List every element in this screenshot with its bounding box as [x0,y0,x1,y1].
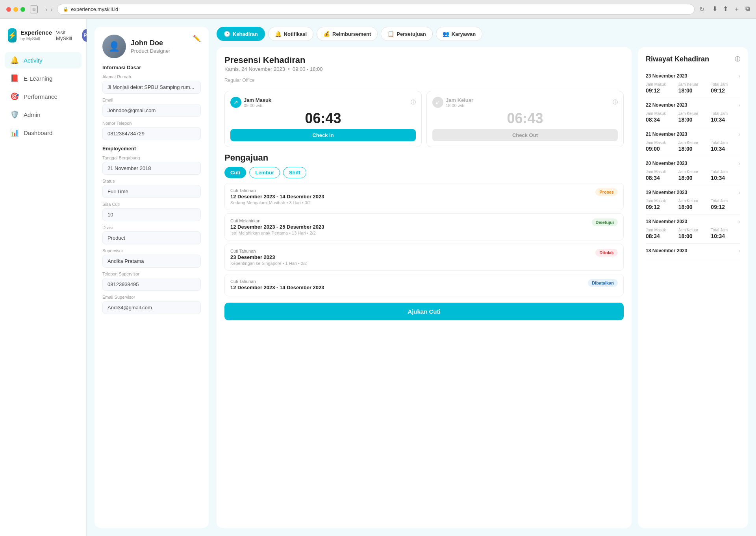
notifikasi-icon: 🔔 [275,31,282,37]
profile-info: 👤 John Doe Product Designer [102,35,170,58]
checkout-button[interactable]: Check Out [432,129,618,141]
tab-kehadiran[interactable]: 🕐 Kehadiran [217,27,265,41]
chevron-icon-5[interactable]: › [738,218,740,225]
history-cols-0: Jam Masuk 09:12 Jam Keluar 18:00 Total J… [646,82,740,94]
close-button[interactable] [6,7,11,12]
leave-date-2: 23 Desember 2023 [230,254,307,260]
logo-text: Experience by MySkill [20,29,52,41]
history-item-1: 22 November 2023 › Jam Masuk 08:34 Jam K… [646,98,740,127]
chevron-icon-0[interactable]: › [738,73,740,79]
check-out-label-row: ↙ Jam Keluar 18:00 wib ⓘ [432,97,618,108]
leave-badge-1: Disetujui [592,218,618,226]
attendance-card: Presensi Kehadiran Kamis, 24 November 20… [217,47,632,528]
maximize-button[interactable] [20,7,25,12]
division-value: Product [102,231,201,244]
lembur-tab[interactable]: Lembur [249,167,280,178]
checkin-button[interactable]: Check in [230,129,416,141]
ajukan-cuti-button[interactable]: Ajukan Cuti [224,303,624,320]
tab-persetujuan[interactable]: 📋 Persetujuan [381,27,432,41]
tab-switcher-icon[interactable]: ⊞ [30,6,38,13]
chevron-icon-4[interactable]: › [738,189,740,196]
tab-reimbursement[interactable]: 💰 Reimbursement [317,27,378,41]
chevron-icon-3[interactable]: › [738,160,740,166]
status-field: Status Full Time [102,179,201,198]
forward-button[interactable]: › [51,6,53,13]
avatar: 👤 [102,35,126,58]
sidebar-item-activity[interactable]: 🔔 Activity [5,52,82,68]
check-in-box: ↗ Jam Masuk 09:00 wib ⓘ 06:43 Check in [224,91,422,147]
profile-role: Product Designer [131,48,170,54]
refresh-icon[interactable]: ↻ [699,6,704,13]
back-button[interactable]: ‹ [46,6,48,13]
download-icon[interactable]: ⬇ [712,5,717,13]
history-date-1: 22 November 2023 [646,102,687,108]
check-out-info-icon: ⓘ [613,99,618,106]
address-bar[interactable]: 🔒 experience.myskill.id [57,4,695,15]
email-field: Email Johndoe@gmail.com [102,98,201,117]
division-field: Divisi Product [102,225,201,244]
visit-myskill-link[interactable]: Visit MySkill [56,30,76,41]
leave-item-3: Cuti Tahunan 12 Desember 2023 - 14 Desem… [224,274,624,296]
history-date-3: 20 November 2023 [646,161,687,166]
chevron-icon-1[interactable]: › [738,102,740,108]
minimize-button[interactable] [13,7,18,12]
supervisor-label: Supervisor [102,248,201,253]
sidebar-item-dashboard[interactable]: 📊 Dashboard [5,124,82,141]
address-label: Alamat Rumah [102,74,201,79]
sidebar-item-admin[interactable]: 🛡️ Admin [5,106,82,123]
supervisor-phone-label: Telepon Supervisor [102,272,201,276]
h-keluar-0: Jam Keluar 18:00 [678,82,708,94]
check-out-label: Jam Keluar [446,97,473,103]
leave-balance-label: Sisa Cuti [102,202,201,207]
chevron-icon-6[interactable]: › [738,248,740,254]
traffic-lights [6,7,25,12]
leave-type-3: Cuti Tahunan [230,279,324,284]
leave-meta-0: Sedang Mengalami Musibah • 3 Hari • 0/2 [230,200,324,205]
cuti-tab[interactable]: Cuti [224,167,246,178]
supervisor-phone-value: 08123938495 [102,278,201,291]
shift-tab[interactable]: Shift [283,167,306,178]
leave-type-0: Cuti Tahunan [230,188,324,193]
sidebar-logo: ⚡ Experience by MySkill Visit MySkill P1 [0,25,86,52]
history-item-6: 18 November 2023 › [646,244,740,261]
tab-karyawan[interactable]: 👥 Karyawan [436,27,482,41]
logo-sub: by MySkill [20,36,52,41]
join-date-field: Tanggal Bergabung 21 November 2018 [102,155,201,175]
history-info-icon: ⓘ [735,56,740,63]
edit-profile-button[interactable]: ✏️ [193,35,201,42]
chevron-icon-2[interactable]: › [738,131,740,137]
h-masuk-0: Jam Masuk 09:12 [646,82,675,94]
pengajuan-section: Pengajuan Cuti Lembur Shift Cuti Tahunan [224,153,624,320]
clock-row: ↗ Jam Masuk 09:00 wib ⓘ 06:43 Check in [224,91,624,147]
email-value: Johndoe@gmail.com [102,104,201,117]
phone-value: 0812384784729 [102,127,201,140]
leave-type-2: Cuti Tahunan [230,249,307,253]
lock-icon: 🔒 [63,7,69,12]
leave-balance-value: 10 [102,208,201,221]
history-date-0: 23 November 2023 [646,73,687,79]
leave-badge-0: Proses [595,188,618,196]
app-container: ⚡ Experience by MySkill Visit MySkill P1… [0,19,756,536]
leave-balance-field: Sisa Cuti 10 [102,202,201,221]
sidebar-item-performance[interactable]: 🎯 Performance [5,88,82,105]
tab-notifikasi[interactable]: 🔔 Notifikasi [268,27,314,41]
history-date-6: 18 November 2023 [646,248,687,253]
sidebar-item-elearning[interactable]: 📕 E-Learning [5,70,82,87]
profile-text: John Doe Product Designer [131,39,170,54]
share-icon[interactable]: ⬆ [723,5,728,13]
sidebar-nav: 🔔 Activity 📕 E-Learning 🎯 Performance 🛡️… [0,52,86,141]
pengajuan-title: Pengajuan [224,153,624,163]
sidebar-label-activity: Activity [24,57,43,64]
check-in-label: Jam Masuk [244,97,271,103]
email-label: Email [102,98,201,102]
division-label: Divisi [102,225,201,230]
sidebar-label-elearning: E-Learning [24,75,52,82]
windows-icon[interactable]: ⧉ [745,5,750,13]
check-in-time-label: 09:00 wib [244,103,271,108]
history-date-2: 21 November 2023 [646,131,687,137]
sidebar-label-performance: Performance [24,93,57,100]
new-tab-icon[interactable]: ＋ [734,5,740,13]
status-label: Status [102,179,201,183]
status-value: Full Time [102,185,201,198]
leave-badge-2: Ditolak [595,249,618,257]
